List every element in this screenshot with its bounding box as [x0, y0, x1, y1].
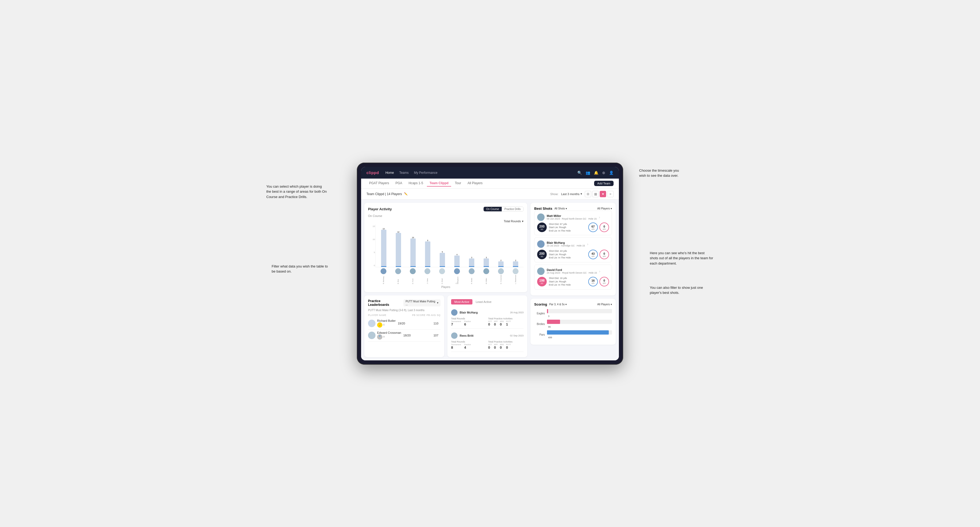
practice-val-britt: 4: [464, 346, 471, 349]
tablet-screen: clippd Home Teams My Performance 🔍 👥 🔔 ⊕…: [361, 167, 619, 360]
search-icon[interactable]: 🔍: [578, 171, 582, 175]
rounds-grid-mcharg: Total Rounds Tournament 7 Practice: [451, 317, 523, 326]
chevron-down-icon: ▾: [522, 220, 523, 223]
col-pb-avg: PB AVG SQ: [426, 314, 441, 316]
arg-label-britt: ARG: [500, 344, 504, 346]
best-shots-card: Best Shots All Shots ▾ All Players ▾: [530, 203, 616, 295]
activity-arg-britt: ARG 0: [500, 344, 504, 349]
active-date-britt: 02 Sep 2023: [510, 334, 523, 337]
total-rounds-filter[interactable]: Total Rounds ▾: [504, 220, 523, 223]
annotation-top-right: Choose the timescale youwish to see the …: [639, 168, 698, 178]
nav-links: Home Teams My Performance: [385, 170, 571, 176]
shot-end-mcharg: End Lie: In The Hole: [549, 256, 586, 259]
scoring-bar-track-pars: 499: [547, 330, 612, 339]
shot-data-row-miller: 200 SG Shot Dist: 67 yds Start Lie: Roug…: [537, 222, 609, 233]
shot-card-miller[interactable]: Matt Miller 09 Jun 2023 · Royal North De…: [534, 211, 612, 236]
rank-badges-butler: 🏆 ①: [377, 322, 396, 328]
bar-chart: 15 10 5 0 13: [368, 225, 523, 267]
shot-player-row-miller: Matt Miller 09 Jun 2023 · Royal North De…: [537, 213, 609, 221]
player-name-butler: Richard Butler: [377, 319, 396, 322]
scoring-label-birdies: Birdies: [534, 322, 545, 325]
scoring-title: Scoring: [534, 302, 547, 306]
chevron-down-icon: ▾: [565, 303, 567, 306]
date-filter-select[interactable]: Last 3 months ▾: [561, 192, 582, 195]
practice-drills-toggle[interactable]: Practice Drills: [502, 207, 523, 211]
badge-label-miller: SG: [541, 229, 543, 230]
avatar-robertson: L. Robertson: [509, 268, 522, 284]
metric-num-yds-ford: 16: [592, 279, 595, 282]
nav-link-performance[interactable]: My Performance: [414, 170, 438, 176]
view-grid2-button[interactable]: ⊞: [585, 191, 591, 197]
leaderboard-filter[interactable]: PUTT Must Make Putting ... ▾: [403, 300, 441, 306]
player-avatar: [439, 268, 445, 274]
scoring-header: Scoring Par 3, 4 & 5s ▾ All Players ▾: [534, 302, 612, 306]
active-player-avatar-britt: [451, 332, 458, 339]
nav-link-teams[interactable]: Teams: [399, 170, 409, 176]
badge-num-mcharg: 200: [539, 252, 545, 256]
tab-all-players[interactable]: All Players: [465, 180, 485, 187]
view-list-button[interactable]: ≡: [607, 191, 614, 197]
shot-player-name-miller: Matt Miller: [547, 214, 597, 217]
avatar-britt: B. Britt: [391, 268, 405, 284]
view-icons: ⊞ ▦ ♥ ≡: [585, 191, 614, 197]
y-label-10: 10: [368, 238, 375, 241]
bell-icon[interactable]: 🔔: [594, 171, 598, 175]
shot-badge-miller: 200 SG: [537, 222, 547, 232]
shot-dist-miller: Shot Dist: 67 yds: [549, 222, 586, 226]
bar-marker-ford: [410, 266, 416, 267]
player-name-crossman: Edward Crossman: [377, 331, 401, 334]
scoring-val-pars: 499: [548, 336, 552, 339]
active-player-name-mcharg: Blair McHarg: [460, 311, 478, 314]
bar-value-billingham: 4: [457, 254, 458, 256]
metric-zero-mcharg: 0 yds: [600, 250, 609, 259]
bar-coles: [425, 241, 430, 267]
scoring-filter2[interactable]: All Players ▾: [597, 303, 612, 306]
scoring-bar-track-eagles: 3: [547, 309, 612, 318]
player-avatar: [395, 268, 401, 274]
avatar-billingham: G. Billingham: [450, 268, 464, 284]
tab-tour[interactable]: Tour: [452, 180, 464, 187]
edit-icon[interactable]: ✏️: [404, 192, 408, 195]
total-rounds-label-britt: Total Rounds: [451, 340, 487, 343]
view-grid-button[interactable]: ▦: [592, 191, 599, 197]
chevron-down-icon: ▾: [611, 303, 612, 306]
badge-label-ford: SG: [541, 283, 543, 284]
chevron-down-icon: ▾: [437, 301, 438, 304]
nav-link-home[interactable]: Home: [385, 170, 394, 176]
bar-chart-container: 15 10 5 0 13: [368, 225, 523, 289]
shot-metrics-miller: 67 yds 0 yds: [588, 222, 609, 232]
view-heart-button[interactable]: ♥: [600, 191, 606, 197]
team-header-right: Show: Last 3 months ▾ ⊞ ▦ ♥ ≡: [550, 191, 614, 197]
players-filter-select[interactable]: All Players ▾: [597, 207, 612, 210]
on-course-toggle[interactable]: On Course: [484, 207, 502, 211]
bar-value-britt: 12: [397, 231, 399, 233]
add-team-button[interactable]: Add Team: [594, 181, 614, 186]
bar-marker-crossman: [498, 266, 504, 267]
rounds-vals-britt: Tournament 8 Practice 4: [451, 344, 487, 349]
shot-card-mcharg[interactable]: Blair McHarg 23 Jul 2023 · Ashridge GC H…: [534, 237, 612, 262]
scoring-filter1[interactable]: Par 3, 4 & 5s ▾: [549, 303, 567, 306]
leaderboard-row-crossman: Edward Crossman 🥈 ② 18/20 107: [368, 330, 441, 341]
avatar-icon[interactable]: 👤: [609, 171, 614, 175]
chevron-down-icon: ▾: [581, 192, 582, 195]
tab-most-active[interactable]: Most Active: [451, 299, 473, 305]
shots-filter-select[interactable]: All Shots ▾: [554, 207, 567, 210]
avatars-container: B. McHarg B. Britt D. Ford: [375, 268, 523, 284]
player-info-crossman: Edward Crossman 🥈 ②: [368, 331, 401, 340]
active-player-info-britt: Rees Britt: [451, 332, 474, 339]
tab-team-clippd[interactable]: Team Clippd: [427, 180, 451, 187]
tab-pga[interactable]: PGA: [393, 180, 405, 187]
users-icon[interactable]: 👥: [585, 171, 590, 175]
activity-gtt-britt: GTT 0: [488, 344, 492, 349]
shot-player-details-miller: Matt Miller 09 Jun 2023 · Royal North De…: [547, 214, 597, 220]
plus-icon[interactable]: ⊕: [602, 171, 605, 175]
shot-start-mcharg: Start Lie: Rough: [549, 253, 586, 256]
app-val-britt: 0: [494, 346, 498, 349]
shot-card-ford[interactable]: David Ford 24 Aug 2023 · Royal North Dev…: [534, 265, 612, 290]
tab-hcaps[interactable]: Hcaps 1-5: [406, 180, 426, 187]
tab-least-active[interactable]: Least Active: [473, 299, 495, 305]
metric-num-yds-mcharg: 43: [592, 252, 595, 255]
scoring-label-pars: Pars: [534, 333, 545, 336]
tab-pgat-players[interactable]: PGAT Players: [366, 180, 392, 187]
bar-value-ebert: 5: [442, 251, 443, 253]
